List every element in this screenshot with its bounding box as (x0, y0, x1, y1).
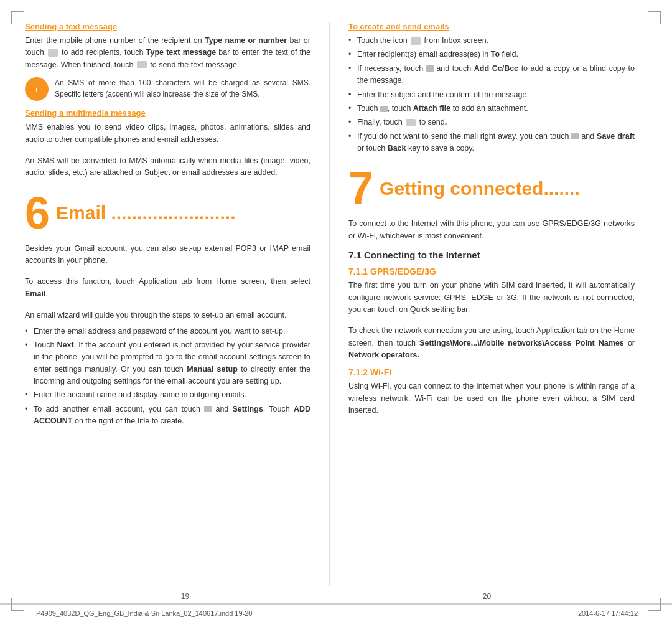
bullet-email-2: Touch Next. If the account you entered i… (25, 339, 310, 388)
chapter6-number: 6 (25, 191, 50, 235)
corner-mark-tl (11, 11, 24, 24)
right-column: To create and send emails Touch the icon… (330, 22, 635, 586)
multimedia-heading: Sending a multimedia message (25, 108, 310, 118)
multimedia-p1: MMS enables you to send video clips, ima… (25, 121, 310, 146)
corner-mark-br (648, 598, 661, 611)
section712-heading: 7.1.2 Wi-Fi (348, 367, 635, 377)
footer: IP4909_4032D_QG_Eng_GB_India & Sri Lanka… (0, 604, 672, 622)
email-p3: An email wizard will guide you through t… (25, 309, 310, 321)
section711-p2: To check the network connection you are … (348, 325, 635, 361)
sms-note-box: i An SMS of more than 160 characters wil… (25, 77, 310, 101)
bullet-email-4: To add another email account, you can to… (25, 403, 310, 428)
page-number-left: 19 (181, 592, 189, 601)
sending-text-heading: Sending a text message (25, 22, 310, 31)
bullet-email-create-5: Touch , touch Attach file to add an atta… (348, 103, 635, 115)
bullet-email-3: Enter the account name and display name … (25, 389, 310, 401)
create-email-heading: To create and send emails (348, 22, 635, 31)
sending-text-p1: Enter the mobile phone number of the rec… (25, 35, 310, 71)
chapter6-block: 6 Email ........................ (25, 191, 310, 235)
create-email-bullets: Touch the icon from Inbox screen. Enter … (348, 35, 635, 154)
corner-mark-bl (11, 598, 24, 611)
attach-icon (380, 106, 388, 112)
footer-left-info: IP4909_4032D_QG_Eng_GB_India & Sri Lanka… (34, 610, 252, 617)
bullet-email-create-1: Touch the icon from Inbox screen. (348, 35, 635, 47)
page-number-right: 20 (483, 592, 491, 601)
multimedia-p2: An SMS will be converted to MMS automati… (25, 155, 310, 179)
note-icon: i (25, 77, 49, 101)
section711-p1: The first time you turn on your phone wi… (348, 280, 635, 316)
email-p2: To access this function, touch Applicati… (25, 276, 310, 300)
left-column: Sending a text message Enter the mobile … (25, 22, 330, 586)
chapter7-number: 7 (348, 166, 373, 210)
send-mail-icon (406, 119, 416, 126)
chapter7-intro: To connect to the Internet with this pho… (348, 218, 635, 242)
chapter6-title: Email ........................ (56, 202, 235, 223)
page-container: Sending a text message Enter the mobile … (0, 0, 672, 622)
compose-icon (411, 37, 421, 45)
section711-heading: 7.1.1 GPRS/EDGE/3G (348, 266, 635, 276)
bullet-email-create-2: Enter recipient(s) email address(es) in … (348, 49, 635, 60)
bullet-email-create-7: If you do not want to send the mail righ… (348, 131, 635, 155)
bullet-email-create-4: Enter the subject and the content of the… (348, 89, 635, 101)
chapter7-title: Getting connected....... (380, 178, 580, 199)
add-recipient-icon (48, 49, 58, 57)
corner-mark-tr (648, 11, 661, 24)
footer-right-info: 2014-6-17 17:44:12 (578, 610, 638, 617)
sms-note-text: An SMS of more than 160 characters will … (55, 77, 310, 100)
bullet-email-create-6: Finally, touch to send. (348, 116, 635, 128)
section712-p1: Using Wi-Fi, you can connect to the Inte… (348, 380, 635, 417)
send-icon (137, 61, 147, 68)
settings-icon-inline (204, 406, 212, 412)
email-p1: Besides your Gmail account, you can also… (25, 243, 310, 267)
chapter7-block: 7 Getting connected....... (348, 166, 635, 210)
main-content: Sending a text message Enter the mobile … (0, 0, 672, 586)
more-icon (571, 133, 579, 139)
bullet-email-create-3: If necessary, touch and touch Add Cc/Bcc… (348, 63, 635, 87)
expand-icon (426, 65, 434, 72)
section71-heading: 7.1 Connecting to the Internet (348, 250, 635, 260)
svg-text:i: i (35, 85, 38, 94)
email-bullet-list: Enter the email address and password of … (25, 326, 310, 428)
bullet-email-1: Enter the email address and password of … (25, 326, 310, 337)
